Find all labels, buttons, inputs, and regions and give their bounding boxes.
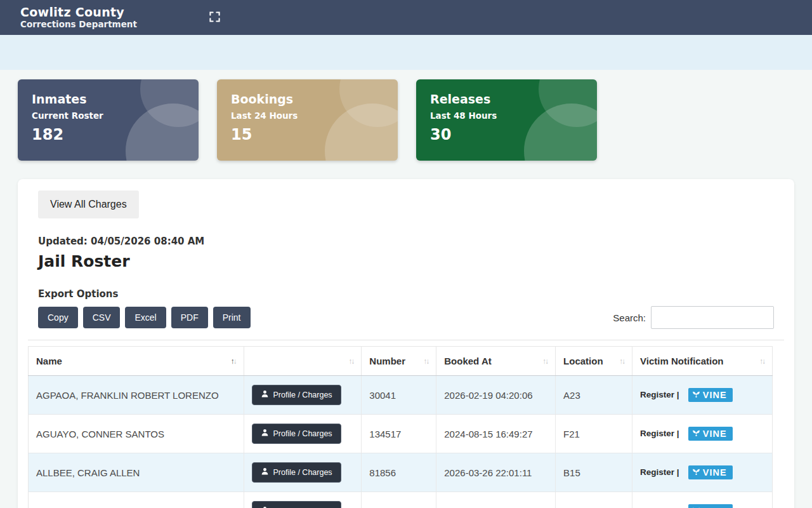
view-all-charges-button[interactable]: View All Charges bbox=[38, 190, 139, 218]
fullscreen-button[interactable] bbox=[207, 9, 223, 27]
page-title: Jail Roster bbox=[38, 252, 784, 271]
roster-table-wrapper: Name ↑↓ ↑↓ Number ↑↓ Booked At ↑↓ bbox=[28, 340, 784, 508]
table-row: ANTEE, CHRISTOPHER JAMES Profile / Charg… bbox=[29, 492, 773, 508]
location-cell: A14 bbox=[556, 492, 632, 508]
sub-header-band bbox=[0, 35, 812, 70]
updated-timestamp: Updated: 04/05/2026 08:40 AM bbox=[38, 236, 784, 247]
table-row: AGPAOA, FRANKLIN ROBERT LORENZO Profile … bbox=[29, 376, 773, 415]
inmate-name-cell: AGUAYO, CONNER SANTOS bbox=[29, 415, 244, 453]
vine-link[interactable]: VINE bbox=[688, 388, 733, 402]
sort-icon: ↑↓ bbox=[341, 357, 353, 366]
person-icon bbox=[261, 467, 269, 478]
location-cell: F21 bbox=[556, 415, 632, 453]
vine-link[interactable]: VINE bbox=[688, 504, 733, 508]
inmate-number-cell: 134517 bbox=[362, 415, 436, 453]
vine-sprout-icon bbox=[692, 390, 700, 400]
profile-charges-button[interactable]: Profile / Charges bbox=[252, 385, 341, 405]
table-row: AGUAYO, CONNER SANTOS Profile / Charges … bbox=[29, 415, 773, 453]
column-header-location[interactable]: Location ↑↓ bbox=[556, 347, 632, 376]
toolbar: Copy CSV Excel PDF Print Search: bbox=[38, 306, 774, 329]
sort-icon: ↑↓ bbox=[612, 357, 624, 366]
excel-button[interactable]: Excel bbox=[125, 307, 166, 328]
profile-charges-button[interactable]: Profile / Charges bbox=[252, 424, 341, 444]
top-bar: Cowlitz County Corrections Department bbox=[0, 0, 812, 35]
vine-link[interactable]: VINE bbox=[688, 465, 733, 479]
location-cell: A23 bbox=[556, 376, 632, 415]
column-header-actions[interactable]: ↑↓ bbox=[244, 347, 362, 376]
sort-icon: ↑↓ bbox=[752, 357, 764, 366]
inmate-name-cell: AGPAOA, FRANKLIN ROBERT LORENZO bbox=[29, 376, 244, 415]
register-link[interactable]: Register | bbox=[640, 429, 679, 438]
brand-title: Cowlitz County bbox=[20, 6, 137, 20]
person-icon bbox=[261, 390, 269, 400]
inmate-number-cell: 81856 bbox=[362, 453, 436, 492]
inmate-number-cell: 30041 bbox=[362, 376, 436, 415]
register-link[interactable]: Register | bbox=[640, 390, 679, 399]
inmate-number-cell: 329989 bbox=[362, 492, 436, 508]
stat-card-bookings: Bookings Last 24 Hours 15 bbox=[217, 79, 398, 161]
stat-card-releases: Releases Last 48 Hours 30 bbox=[416, 79, 597, 161]
inmate-name-cell: ALLBEE, CRAIG ALLEN bbox=[29, 453, 244, 492]
sort-icon: ↑↓ bbox=[223, 357, 236, 366]
inmate-name-cell: ANTEE, CHRISTOPHER JAMES bbox=[29, 492, 244, 508]
search-area: Search: bbox=[613, 306, 774, 329]
stats-row: Inmates Current Roster 182 Bookings Last… bbox=[18, 79, 794, 161]
booked-at-cell: 2026-03-26 22:01:11 bbox=[436, 453, 556, 492]
sort-icon: ↑↓ bbox=[416, 357, 428, 366]
booked-at-cell: 2024-08-15 16:49:27 bbox=[436, 415, 556, 453]
main-content-card: View All Charges Updated: 04/05/2026 08:… bbox=[18, 179, 794, 508]
print-button[interactable]: Print bbox=[213, 307, 251, 328]
export-options-label: Export Options bbox=[38, 288, 784, 300]
pdf-button[interactable]: PDF bbox=[171, 307, 208, 328]
search-input[interactable] bbox=[651, 306, 774, 329]
register-link[interactable]: Register | bbox=[640, 467, 679, 477]
search-label: Search: bbox=[613, 312, 646, 323]
table-header-row: Name ↑↓ ↑↓ Number ↑↓ Booked At ↑↓ bbox=[29, 347, 773, 376]
column-header-name[interactable]: Name ↑↓ bbox=[29, 347, 244, 376]
column-header-victim-notification[interactable]: Victim Notification ↑↓ bbox=[632, 347, 773, 376]
brand-subtitle: Corrections Department bbox=[20, 20, 137, 30]
brand: Cowlitz County Corrections Department bbox=[20, 6, 137, 29]
booked-at-cell: 2026-02-28 19:28:31 bbox=[436, 492, 556, 508]
vine-link[interactable]: VINE bbox=[688, 427, 733, 441]
vine-sprout-icon bbox=[692, 467, 700, 478]
table-row: ALLBEE, CRAIG ALLEN Profile / Charges 81… bbox=[29, 453, 773, 492]
column-header-booked-at[interactable]: Booked At ↑↓ bbox=[436, 347, 556, 376]
booked-at-cell: 2026-02-19 04:20:06 bbox=[436, 376, 556, 415]
csv-button[interactable]: CSV bbox=[83, 307, 121, 328]
person-icon bbox=[261, 429, 269, 439]
vine-sprout-icon bbox=[692, 429, 700, 439]
profile-charges-button[interactable]: Profile / Charges bbox=[252, 501, 341, 508]
export-button-group: Copy CSV Excel PDF Print bbox=[38, 307, 251, 328]
stat-card-inmates: Inmates Current Roster 182 bbox=[18, 79, 199, 161]
copy-button[interactable]: Copy bbox=[38, 307, 78, 328]
fullscreen-icon bbox=[209, 11, 220, 24]
sort-icon: ↑↓ bbox=[535, 357, 547, 366]
profile-charges-button[interactable]: Profile / Charges bbox=[252, 462, 341, 483]
jail-roster-table: Name ↑↓ ↑↓ Number ↑↓ Booked At ↑↓ bbox=[28, 346, 773, 508]
column-header-number[interactable]: Number ↑↓ bbox=[362, 347, 436, 376]
location-cell: B15 bbox=[556, 453, 632, 492]
